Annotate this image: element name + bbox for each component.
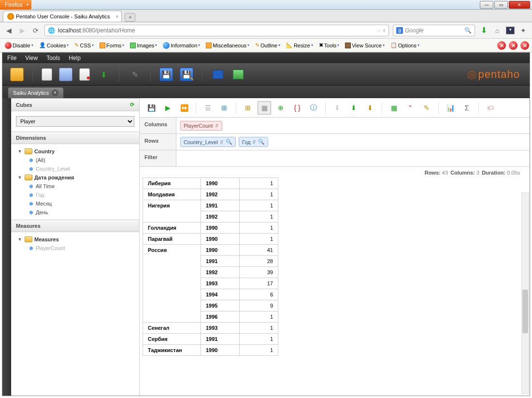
cell-year[interactable]: 1990 [201,345,240,356]
dev-viewsource[interactable]: View Source▾ [343,42,387,49]
cell-country[interactable]: Сенегал [143,323,201,334]
cell-value[interactable]: 1 [240,189,278,200]
dev-misc[interactable]: Miscellaneous▾ [204,42,251,49]
measure-playercount[interactable]: PlayerCount [15,244,135,252]
downloads-icon[interactable]: ⬇ [479,26,489,35]
dim-dob-year[interactable]: Год [15,191,135,199]
menu-view[interactable]: View [25,55,38,61]
cell-country[interactable]: Либерия [143,178,201,189]
window-minimize[interactable]: — [480,1,493,9]
cell-value[interactable]: 1 [240,211,278,222]
cell-value[interactable]: 1 [240,323,278,334]
dim-country-level[interactable]: Country_Level [15,164,135,173]
firefox-menu-button[interactable]: Firefox [0,0,31,10]
cell-country[interactable]: Нигерия [143,200,201,222]
tb-download-icon[interactable]: ⬇ [97,68,110,81]
cell-year[interactable]: 1992 [201,267,240,278]
dev-close-2[interactable]: ✕ [509,41,518,50]
left-rail[interactable] [2,98,11,396]
dev-close-1[interactable]: ✕ [497,41,506,50]
saiku-autorun-icon[interactable]: ⏩ [177,101,191,115]
rows-chip-year[interactable]: Год⇵🔍 [239,137,269,147]
cell-value[interactable]: 17 [240,278,278,289]
dev-cookies[interactable]: 👤Cookies▾ [37,41,71,49]
saiku-run-icon[interactable]: ▶ [161,101,174,115]
home-icon[interactable]: ⌂ [492,27,502,34]
cell-year[interactable]: 1996 [201,311,240,323]
app-tab-saiku[interactable]: Saiku Analytics × [8,88,63,98]
tb-open-icon[interactable] [10,68,24,81]
tb-edit-icon[interactable]: ✎ [128,68,142,81]
saiku-export-csv-icon[interactable]: ⬇ [363,101,377,115]
dev-resize[interactable]: 📐Resize▾ [284,41,315,49]
saiku-export1-icon[interactable]: ⬇ [331,101,344,115]
dim-dob-day[interactable]: День [15,208,135,217]
cell-year[interactable]: 1991 [201,256,240,267]
cell-year[interactable]: 1992 [201,211,240,222]
filter-icon[interactable]: 🔍 [226,139,232,145]
dev-forms[interactable]: Forms▾ [98,42,126,49]
dim-country-all[interactable]: (All) [15,156,135,164]
cell-year[interactable]: 1994 [201,289,240,300]
sort-icon[interactable]: ⇵ [252,140,256,145]
dim-country[interactable]: ▼Country [15,147,135,156]
cell-country[interactable]: Россия [143,245,201,323]
cell-value[interactable]: 1 [240,178,278,189]
webdev-icon[interactable]: ▾ [506,27,515,34]
tab-close[interactable]: × [115,14,118,19]
scrollbar-thumb[interactable] [522,290,528,333]
cell-year[interactable]: 1992 [201,189,240,200]
cube-select[interactable]: Player [16,116,134,127]
cell-year[interactable]: 1993 [201,323,240,334]
columns-chip-playercount[interactable]: PlayerCount⇵ [180,121,222,131]
saiku-mode-icon[interactable]: ▦ [258,101,271,115]
rows-chip-country[interactable]: Country_Level⇵🔍 [180,137,236,147]
dev-images[interactable]: Images▾ [128,42,159,49]
saiku-info-icon[interactable]: ⓘ [307,101,320,115]
cell-country[interactable]: Голландия [143,222,201,234]
extension-icon[interactable]: ✦ [518,27,528,34]
cell-value[interactable]: 41 [240,245,278,256]
bookmark-star-icon[interactable]: ☆ ▾ [376,27,386,34]
cell-year[interactable]: 1990 [201,245,240,256]
tb-analysis-icon[interactable] [79,68,90,81]
app-tab-close[interactable]: × [52,89,58,96]
search-icon[interactable]: 🔍 [464,27,472,34]
cell-year[interactable]: 1990 [201,178,240,189]
cell-value[interactable]: 1 [240,222,278,234]
cell-value[interactable]: 6 [240,289,278,300]
dev-close-3[interactable]: ✕ [520,41,529,50]
saiku-chart-icon[interactable]: 📊 [444,101,457,115]
cell-country[interactable]: Таджикистан [143,345,201,356]
cell-year[interactable]: 1991 [201,200,240,211]
filter-drop-area[interactable] [176,150,530,166]
window-close[interactable]: ✕ [509,1,530,9]
saiku-swap-icon[interactable]: ⊞ [241,101,255,115]
dev-information[interactable]: Information▾ [161,41,202,50]
cell-country[interactable]: Сербия [143,334,201,345]
cell-value[interactable]: 1 [240,311,278,323]
dev-disable[interactable]: Disable▾ [3,41,35,50]
saiku-stats-icon[interactable]: Σ [460,101,474,115]
cell-value[interactable]: 9 [240,300,278,311]
saiku-hide-icon[interactable]: ☰ [201,101,215,115]
saiku-nonempty-icon[interactable]: ⊞ [217,101,231,115]
cell-value[interactable]: 1 [240,345,278,356]
saiku-zoom-icon[interactable]: ⊕ [274,101,288,115]
tb-new-icon[interactable] [42,68,52,81]
dim-dob[interactable]: ▼Дата рождения [15,173,135,182]
saiku-query-icon[interactable]: { } [290,101,304,115]
tb-saveas-icon[interactable]: 💾✎ [180,68,193,81]
saiku-save-icon[interactable]: 💾 [144,101,158,115]
menu-file[interactable]: File [7,55,16,61]
tb-save-icon[interactable]: 💾 [159,68,173,81]
sort-icon[interactable]: ⇵ [215,123,219,128]
cell-value[interactable]: 39 [240,267,278,278]
menu-help[interactable]: Help [69,55,81,61]
measures-folder[interactable]: ▼Measures [15,235,135,244]
saiku-excel-icon[interactable]: ▦ [387,101,401,115]
refresh-cubes-icon[interactable]: ⟳ [130,102,134,108]
result-table-wrap[interactable]: Либерия19901Молдавия19921Нигерия19911199… [140,177,530,396]
dev-options[interactable]: 📋Options▾ [388,41,421,49]
sort-icon[interactable]: ⇵ [220,140,224,145]
